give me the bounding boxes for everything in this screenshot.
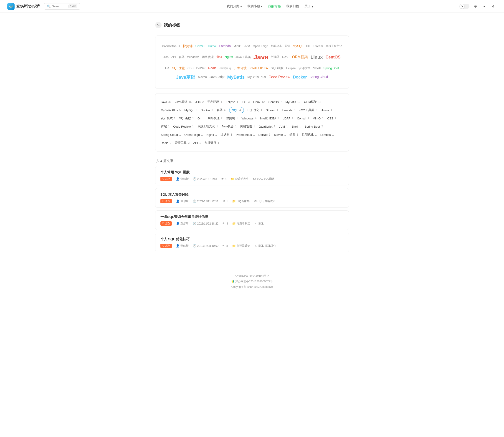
tag-list-item[interactable]: MyBatis Plus5 <box>161 107 181 113</box>
tag-list-item[interactable]: SQL函数1 <box>179 115 194 121</box>
tag-list-item[interactable]: JVM1 <box>279 124 288 129</box>
nav-item-books[interactable]: 我的小册 ▾ <box>247 4 262 9</box>
cloud-tag[interactable]: Java基础 <box>176 73 195 81</box>
tag-list-item[interactable]: 设计模式1 <box>161 115 176 121</box>
nav-item-tags[interactable]: 我的标签 <box>268 4 281 9</box>
tag-list-item[interactable]: Code Review1 <box>173 124 194 129</box>
tag-list-item[interactable]: 网络代理2 <box>208 115 222 121</box>
cloud-tag[interactable]: JavaScript <box>210 74 224 80</box>
cloud-tag[interactable]: Maven <box>198 74 207 79</box>
tag-list-item[interactable]: Spring Boot2 <box>304 124 323 129</box>
logo[interactable]: 🐳 查尔斯的知识库 <box>7 3 40 10</box>
tag-list-item[interactable]: SQL优化1 <box>248 107 262 113</box>
tag-list-item[interactable]: 容器4 <box>217 107 225 113</box>
cloud-tag[interactable]: MinIO <box>233 43 242 49</box>
cloud-tag[interactable]: Eclipse <box>286 66 296 71</box>
cloud-tag[interactable]: Windows <box>187 54 199 60</box>
cloud-tag[interactable]: Prometheus <box>162 43 181 49</box>
tag-list-item[interactable]: MySQL3 <box>184 107 197 113</box>
cloud-tag[interactable]: Java工具类 <box>235 54 251 60</box>
tag-list-item[interactable]: Stream1 <box>266 107 278 113</box>
tag-list-item[interactable]: Lambda1 <box>282 107 296 113</box>
article-title[interactable]: SQL 注入攻击风险 <box>161 192 344 197</box>
tag-list-item[interactable]: Prometheus1 <box>236 132 255 138</box>
cloud-tag[interactable]: SQL优化 <box>172 65 185 71</box>
tag-list-item[interactable]: Hutool1 <box>321 107 332 113</box>
cloud-tag[interactable]: Java集合 <box>219 66 231 71</box>
tag-list-item[interactable]: ORM框架13 <box>304 99 321 105</box>
tag-list-item[interactable]: Git5 <box>198 115 204 121</box>
nav-item-categories[interactable]: 我的分类 ▾ <box>227 4 242 9</box>
cloud-tag[interactable]: CentOS <box>325 53 340 61</box>
tag-list-item[interactable]: JDK2 <box>195 99 204 105</box>
cloud-tag[interactable]: Hutool <box>208 43 217 49</box>
cloud-tag[interactable]: IDE <box>306 44 311 49</box>
cloud-tag[interactable]: Spring Boot <box>323 66 339 71</box>
cloud-tag[interactable]: Open Feign <box>253 43 268 49</box>
cloud-tag[interactable]: MyBatis <box>227 73 245 81</box>
cloud-tag[interactable]: LDAP <box>282 55 289 60</box>
tag-list-item[interactable]: SQL4 <box>229 107 244 113</box>
cloud-tag[interactable]: Linux <box>311 53 323 61</box>
cloud-tag[interactable]: Code Review <box>269 74 290 80</box>
tag-list-item[interactable]: 递归1 <box>289 132 298 138</box>
cloud-tag[interactable]: Redis <box>208 65 216 71</box>
cloud-tag[interactable]: Stream <box>313 43 323 49</box>
tag-list-item[interactable]: Consul1 <box>297 115 309 121</box>
tag-list-item[interactable]: API1 <box>193 140 201 146</box>
tag-list-item[interactable]: 开发环境1 <box>207 99 222 105</box>
cloud-tag[interactable]: 卓越工程文化 <box>326 44 342 49</box>
cloud-tag[interactable]: 网络代理 <box>202 54 214 60</box>
cloud-tag[interactable]: Lambda <box>219 43 231 49</box>
cloud-tag[interactable]: Git <box>165 65 169 71</box>
tag-list-item[interactable]: IntelliJ IDEA3 <box>260 115 279 121</box>
tag-list-item[interactable]: LDAP1 <box>283 115 293 121</box>
tag-list-item[interactable]: 快捷键1 <box>226 115 238 121</box>
tag-list-item[interactable]: Linux12 <box>253 99 265 105</box>
footer-public-security[interactable]: 🔰 津公网安备12011202000677号 <box>5 279 499 284</box>
cloud-tag[interactable]: 前端 <box>285 44 290 49</box>
tag-list-item[interactable]: 网络攻击1 <box>240 124 255 129</box>
cloud-tag[interactable]: 设计模式 <box>299 66 310 71</box>
cloud-tag[interactable]: Docker <box>293 73 307 81</box>
tag-list-item[interactable]: Java30 <box>161 99 171 105</box>
cloud-tag[interactable]: 开发环境 <box>234 65 247 71</box>
nav-item-about[interactable]: 关于 ▾ <box>304 4 313 9</box>
cloud-tag[interactable]: 标签攻击 <box>271 44 282 49</box>
cloud-tag[interactable]: Spring Cloud <box>310 74 328 80</box>
cloud-tag[interactable]: MyBatis Plus <box>247 74 266 80</box>
footer-icp[interactable]: 🛡 津ICP备2022005864号-2 <box>5 273 499 279</box>
cloud-tag[interactable]: SQL函数 <box>271 65 283 71</box>
tag-list-item[interactable]: Shell1 <box>292 124 301 129</box>
cloud-tag[interactable]: IntelliJ IDEA <box>249 65 268 71</box>
cloud-tag[interactable]: Nginx <box>225 54 233 60</box>
tag-list-item[interactable]: Java工具类2 <box>299 107 317 113</box>
tag-list-item[interactable]: Docker8 <box>201 107 213 113</box>
tag-list-item[interactable]: Open Feign1 <box>184 132 203 138</box>
tag-list-item[interactable]: Java集合1 <box>222 124 237 129</box>
cloud-tag[interactable]: API <box>171 55 176 60</box>
tag-list-item[interactable]: Java基础16 <box>175 99 192 105</box>
cloud-tag[interactable]: 过滤器 <box>271 55 279 60</box>
telegram-icon[interactable]: ✈ <box>490 3 497 10</box>
cloud-tag[interactable]: 快捷键 <box>183 43 192 49</box>
tag-list-item[interactable]: CSS1 <box>327 115 336 121</box>
cloud-tag[interactable]: Java <box>253 51 269 63</box>
tag-list-item[interactable]: MyBatis13 <box>285 99 300 105</box>
cloud-tag[interactable]: JVM <box>244 43 250 49</box>
tag-list-item[interactable]: Redis2 <box>161 140 171 146</box>
article-title[interactable]: 个人常用 SQL 函数 <box>161 170 344 174</box>
tag-list-item[interactable]: Lombok1 <box>320 132 334 138</box>
tag-list-item[interactable]: CentOS7 <box>269 99 282 105</box>
tag-list-item[interactable]: 性能优化1 <box>302 132 317 138</box>
cloud-tag[interactable]: JDK <box>164 55 169 60</box>
gitee-icon[interactable]: ● <box>481 3 488 10</box>
tag-list-item[interactable]: Eclipse1 <box>226 99 238 105</box>
cloud-tag[interactable]: DotNet <box>196 66 205 71</box>
cloud-tag[interactable]: 容器 <box>179 54 184 60</box>
github-icon[interactable]: ⊙ <box>472 3 479 10</box>
tag-list-item[interactable]: 作业调度1 <box>205 140 219 146</box>
cloud-tag[interactable]: CSS <box>188 66 194 71</box>
tag-list-item[interactable]: Spring Cloud1 <box>161 132 181 138</box>
theme-toggle[interactable]: ☀ <box>459 4 469 9</box>
